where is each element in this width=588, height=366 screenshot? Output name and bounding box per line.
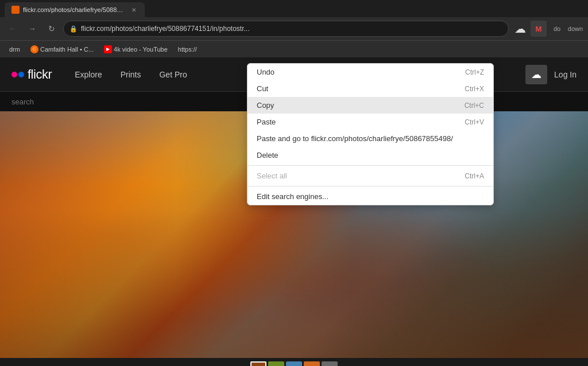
context-menu-undo[interactable]: Undo Ctrl+Z	[247, 64, 493, 80]
copy-label: Copy	[257, 101, 274, 110]
image-bottom-gradient	[0, 210, 588, 358]
context-menu-copy[interactable]: Copy Ctrl+C	[247, 97, 493, 114]
login-button[interactable]: Log In	[554, 70, 577, 79]
down-extension-btn[interactable]: down	[567, 21, 583, 37]
drm-label: drm	[9, 46, 20, 53]
camfaith-label: Camfaith Hall • C...	[40, 46, 94, 53]
browser-chrome: flickr.com/photos/charliefrye/5088677415…	[0, 0, 588, 57]
https-label: https://	[178, 46, 197, 53]
search-input[interactable]	[11, 98, 108, 106]
flickr-logo[interactable]: flickr	[11, 67, 52, 82]
browser-toolbar: ← → ↻ 🔒 flickr.com/photos/charliefrye/50…	[0, 17, 588, 40]
m-extension-btn[interactable]: M	[531, 21, 547, 37]
page-content: flickr Explore Prints Get Pro ☁ Log In	[0, 57, 588, 366]
thumbnail-4[interactable]	[304, 361, 320, 366]
search-engines-label: Edit search engines...	[257, 192, 328, 201]
do-extension-btn[interactable]: do	[549, 21, 565, 37]
context-menu-select-all[interactable]: Select all Ctrl+A	[247, 168, 493, 184]
menu-separator-1	[247, 165, 493, 166]
paste-label: Paste	[257, 118, 276, 126]
context-menu-paste-go[interactable]: Paste and go to flickr.com/photos/charli…	[247, 130, 493, 147]
url-text: flickr.com/photos/charliefrye/5088677415…	[81, 25, 502, 33]
thumbnail-3[interactable]	[286, 361, 302, 366]
thumbnail-2[interactable]	[268, 361, 284, 366]
bookmark-camfaith[interactable]: C Camfaith Hall • C...	[26, 44, 98, 54]
select-all-shortcut: Ctrl+A	[465, 172, 484, 180]
select-all-label: Select all	[257, 172, 287, 180]
tab-favicon	[11, 6, 20, 14]
toolbar-extensions: ☁ M do down	[512, 21, 583, 37]
logo-text: flickr	[28, 67, 52, 82]
address-bar[interactable]: 🔒 flickr.com/photos/charliefrye/50886774…	[63, 21, 509, 37]
copy-shortcut: Ctrl+C	[465, 102, 484, 110]
thumbnails-strip	[0, 358, 588, 366]
nav-explore[interactable]: Explore	[65, 70, 111, 79]
back-button[interactable]: ←	[5, 21, 21, 37]
paste-shortcut: Ctrl+V	[465, 118, 484, 126]
nav-prints[interactable]: Prints	[111, 70, 150, 79]
context-menu: Undo Ctrl+Z Cut Ctrl+X Copy Ctrl+C Paste…	[247, 63, 494, 205]
delete-label: Delete	[257, 151, 278, 159]
undo-shortcut: Ctrl+Z	[465, 68, 484, 76]
cut-shortcut: Ctrl+X	[465, 85, 484, 93]
thumbnail-5[interactable]	[322, 361, 338, 366]
tab-close-button[interactable]: ✕	[130, 6, 138, 14]
cut-label: Cut	[257, 84, 268, 93]
bookmark-https[interactable]: https://	[173, 45, 202, 54]
youtube-label: 4k video - YouTube	[114, 46, 168, 53]
forward-button[interactable]: →	[24, 21, 40, 37]
menu-separator-2	[247, 186, 493, 186]
context-menu-delete[interactable]: Delete	[247, 147, 493, 163]
upload-icon: ☁	[531, 68, 541, 81]
bookmark-drm[interactable]: drm	[5, 45, 25, 54]
youtube-favicon: ▶	[104, 45, 112, 53]
bookmarks-bar: drm C Camfaith Hall • C... ▶ 4k video - …	[0, 40, 588, 57]
upload-icon-btn[interactable]: ☁	[512, 21, 528, 37]
active-tab[interactable]: flickr.com/photos/charliefrye/5088677415…	[5, 2, 145, 17]
lock-icon: 🔒	[69, 25, 78, 33]
logo-pink-dot	[11, 72, 17, 77]
paste-go-label: Paste and go to flickr.com/photos/charli…	[257, 134, 484, 143]
upload-button[interactable]: ☁	[525, 65, 547, 84]
tab-label: flickr.com/photos/charliefrye/5088677415…	[23, 6, 126, 13]
camfaith-favicon: C	[30, 45, 38, 53]
nav-get-pro[interactable]: Get Pro	[150, 70, 196, 79]
flickr-actions: ☁ Log In	[525, 65, 577, 84]
context-menu-paste[interactable]: Paste Ctrl+V	[247, 114, 493, 130]
refresh-button[interactable]: ↻	[44, 21, 60, 37]
tabs-bar: flickr.com/photos/charliefrye/5088677415…	[0, 0, 588, 17]
thumbnail-1[interactable]	[250, 361, 266, 366]
context-menu-search-engines[interactable]: Edit search engines...	[247, 188, 493, 205]
bookmark-youtube[interactable]: ▶ 4k video - YouTube	[99, 44, 172, 54]
context-menu-cut[interactable]: Cut Ctrl+X	[247, 80, 493, 97]
logo-blue-dot	[18, 72, 24, 77]
undo-label: Undo	[257, 68, 274, 76]
